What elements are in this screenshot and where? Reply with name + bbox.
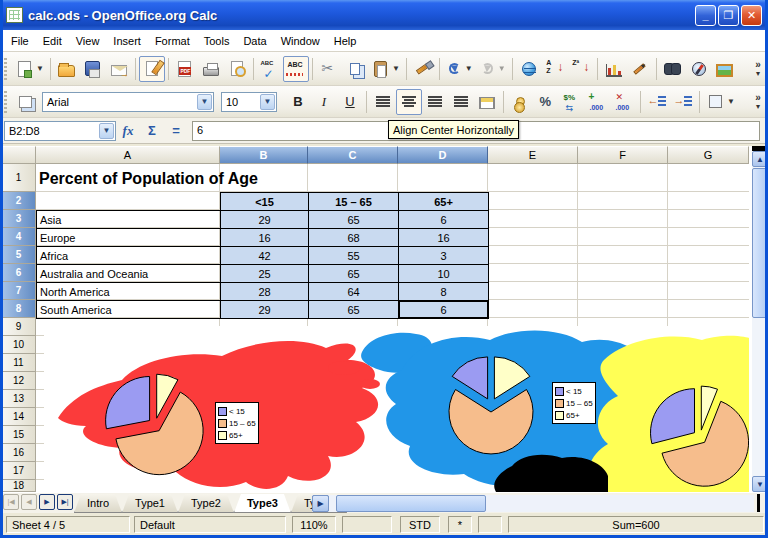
auto-spellcheck-button[interactable] bbox=[283, 56, 309, 82]
region-cell-A6[interactable]: Australia and Oceania bbox=[36, 264, 221, 283]
chevron-down-icon[interactable]: ▼ bbox=[727, 97, 735, 106]
save-button[interactable] bbox=[80, 56, 106, 82]
vertical-scrollbar[interactable]: ▲ ▼ bbox=[752, 146, 768, 492]
sheet-title-cell[interactable]: Percent of Population of Age bbox=[36, 164, 221, 193]
value-cell-C8[interactable]: 65 bbox=[308, 300, 399, 319]
tab-type1[interactable]: Type1 bbox=[122, 494, 178, 513]
toolbar-grip[interactable] bbox=[2, 58, 10, 80]
row-header-11[interactable]: 11 bbox=[2, 354, 36, 372]
sort-descending-button[interactable] bbox=[568, 56, 594, 82]
value-cell-B4[interactable]: 16 bbox=[220, 228, 309, 247]
menu-item-insert[interactable]: Insert bbox=[106, 32, 148, 50]
region-cell-A5[interactable]: Africa bbox=[36, 246, 221, 265]
copy-button[interactable] bbox=[342, 56, 368, 82]
selection-mode-field[interactable]: STD bbox=[400, 516, 440, 533]
align-justified-button[interactable] bbox=[448, 89, 474, 115]
align-right-button[interactable] bbox=[422, 89, 448, 115]
column-header-c[interactable]: C bbox=[308, 146, 398, 164]
number-format-currency-button[interactable] bbox=[507, 89, 533, 115]
value-cell-C4[interactable]: 68 bbox=[308, 228, 399, 247]
value-cell-D7[interactable]: 8 bbox=[398, 282, 489, 301]
styles-window-button[interactable] bbox=[12, 89, 38, 115]
vertical-scroll-thumb[interactable] bbox=[752, 168, 768, 318]
row-header-9[interactable]: 9 bbox=[2, 318, 36, 336]
value-cell-C3[interactable]: 65 bbox=[308, 210, 399, 229]
chevron-down-icon[interactable]: ▼ bbox=[498, 64, 506, 73]
modified-flag-field[interactable]: * bbox=[448, 516, 472, 533]
zoom-field[interactable]: 110% bbox=[292, 516, 336, 533]
export-pdf-button[interactable] bbox=[172, 56, 198, 82]
bold-button[interactable]: B bbox=[285, 89, 311, 115]
cell-canvas[interactable]: < 1515 – 6565+< 1515 – 6565+ Percent of … bbox=[36, 164, 749, 492]
delete-decimal-button[interactable] bbox=[611, 89, 637, 115]
close-button[interactable]: ✕ bbox=[741, 5, 762, 26]
hyperlink-button[interactable] bbox=[516, 56, 542, 82]
region-cell-A8[interactable]: South America bbox=[36, 300, 221, 319]
value-cell-D6[interactable]: 10 bbox=[398, 264, 489, 283]
select-all-corner[interactable] bbox=[2, 146, 36, 164]
paste-button[interactable]: ▼ bbox=[368, 56, 403, 82]
value-cell-C5[interactable]: 55 bbox=[308, 246, 399, 265]
value-cell-B5[interactable]: 42 bbox=[220, 246, 309, 265]
insert-chart-button[interactable] bbox=[601, 56, 627, 82]
row-header-16[interactable]: 16 bbox=[2, 444, 36, 462]
active-cell-D8[interactable]: 6 bbox=[398, 300, 489, 319]
toolbar-overflow-button[interactable]: »▾ bbox=[748, 93, 768, 111]
spellcheck-button[interactable] bbox=[257, 56, 283, 82]
italic-button[interactable]: I bbox=[311, 89, 337, 115]
font-size-combo[interactable]: 10 ▼ bbox=[221, 92, 277, 112]
print-button[interactable] bbox=[198, 56, 224, 82]
add-decimal-button[interactable] bbox=[585, 89, 611, 115]
page-style-field[interactable]: Default bbox=[134, 516, 286, 533]
number-format-percent-button[interactable] bbox=[533, 89, 559, 115]
page-preview-button[interactable] bbox=[224, 56, 250, 82]
sort-ascending-button[interactable] bbox=[542, 56, 568, 82]
row-header-17[interactable]: 17 bbox=[2, 462, 36, 480]
new-document-button[interactable]: ▼ bbox=[12, 56, 47, 82]
row-header-6[interactable]: 6 bbox=[2, 264, 36, 282]
row-header-7[interactable]: 7 bbox=[2, 282, 36, 300]
tab-scroll-next-button[interactable]: ▶ bbox=[39, 494, 55, 510]
row-header-10[interactable]: 10 bbox=[2, 336, 36, 354]
menu-item-tools[interactable]: Tools bbox=[197, 32, 237, 50]
edit-file-button[interactable] bbox=[139, 56, 165, 82]
table-header-C2[interactable]: 15 – 65 bbox=[308, 192, 399, 211]
row-header-4[interactable]: 4 bbox=[2, 228, 36, 246]
column-header-b[interactable]: B bbox=[220, 146, 308, 164]
tab-intro[interactable]: Intro bbox=[74, 494, 122, 513]
value-cell-C6[interactable]: 65 bbox=[308, 264, 399, 283]
open-button[interactable] bbox=[54, 56, 80, 82]
region-cell-A3[interactable]: Asia bbox=[36, 210, 221, 229]
menu-item-format[interactable]: Format bbox=[148, 32, 197, 50]
value-cell-B6[interactable]: 25 bbox=[220, 264, 309, 283]
column-header-d[interactable]: D bbox=[398, 146, 488, 164]
row-header-14[interactable]: 14 bbox=[2, 408, 36, 426]
menu-item-edit[interactable]: Edit bbox=[36, 32, 69, 50]
menu-item-help[interactable]: Help bbox=[327, 32, 364, 50]
merge-cells-button[interactable] bbox=[474, 89, 500, 115]
value-cell-B7[interactable]: 28 bbox=[220, 282, 309, 301]
column-header-e[interactable]: E bbox=[488, 146, 578, 164]
borders-button[interactable]: ▼ bbox=[703, 89, 738, 115]
column-header-f[interactable]: F bbox=[578, 146, 668, 164]
extra-field[interactable] bbox=[478, 516, 502, 533]
table-header-B2[interactable]: <15 bbox=[220, 192, 309, 211]
row-header-2[interactable]: 2 bbox=[2, 192, 36, 210]
row-header-18[interactable]: 18 bbox=[2, 480, 36, 492]
region-cell-A7[interactable]: North America bbox=[36, 282, 221, 301]
sum-field[interactable]: Sum=600 bbox=[508, 516, 764, 533]
font-name-combo[interactable]: Arial ▼ bbox=[42, 92, 214, 112]
region-cell-A4[interactable]: Europe bbox=[36, 228, 221, 247]
value-cell-C7[interactable]: 64 bbox=[308, 282, 399, 301]
number-format-standard-button[interactable] bbox=[559, 89, 585, 115]
row-header-3[interactable]: 3 bbox=[2, 210, 36, 228]
value-cell-D3[interactable]: 6 bbox=[398, 210, 489, 229]
chevron-down-icon[interactable]: ▼ bbox=[260, 94, 275, 110]
draw-functions-button[interactable] bbox=[627, 56, 653, 82]
sheet-position-field[interactable]: Sheet 4 / 5 bbox=[6, 516, 130, 533]
map-pie-chart-object[interactable]: < 1515 – 6565+< 1515 – 6565+ bbox=[44, 326, 749, 492]
underline-button[interactable]: U bbox=[337, 89, 363, 115]
tab-split-handle[interactable] bbox=[757, 494, 760, 512]
tab-scroll-last-button[interactable]: ▶| bbox=[57, 494, 73, 510]
find-replace-button[interactable] bbox=[660, 56, 686, 82]
